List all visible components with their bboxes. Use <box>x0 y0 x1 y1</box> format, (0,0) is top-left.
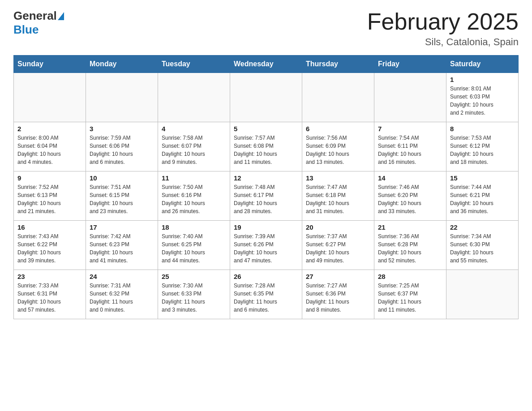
day-number: 25 <box>162 273 226 280</box>
day-info: Sunrise: 7:53 AM Sunset: 6:12 PM Dayligh… <box>450 134 515 166</box>
day-number: 12 <box>234 174 298 182</box>
day-info: Sunrise: 7:37 AM Sunset: 6:27 PM Dayligh… <box>306 232 370 265</box>
logo: General Blue <box>13 9 65 37</box>
day-number: 19 <box>234 223 298 231</box>
day-info: Sunrise: 7:33 AM Sunset: 6:31 PM Dayligh… <box>17 282 82 314</box>
calendar-cell: 9Sunrise: 7:52 AM Sunset: 6:13 PM Daylig… <box>14 171 86 221</box>
day-info: Sunrise: 7:46 AM Sunset: 6:20 PM Dayligh… <box>378 183 442 215</box>
day-info: Sunrise: 7:25 AM Sunset: 6:37 PM Dayligh… <box>378 282 442 314</box>
day-info: Sunrise: 7:28 AM Sunset: 6:35 PM Dayligh… <box>234 282 298 314</box>
calendar-cell: 13Sunrise: 7:47 AM Sunset: 6:18 PM Dayli… <box>302 171 374 221</box>
day-info: Sunrise: 7:56 AM Sunset: 6:09 PM Dayligh… <box>306 134 370 166</box>
day-info: Sunrise: 7:43 AM Sunset: 6:22 PM Dayligh… <box>17 232 82 265</box>
page-header: General Blue February 2025 Sils, Catalon… <box>13 9 519 48</box>
weekday-header-tuesday: Tuesday <box>158 56 230 73</box>
day-info: Sunrise: 7:54 AM Sunset: 6:11 PM Dayligh… <box>378 134 442 166</box>
calendar-cell: 28Sunrise: 7:25 AM Sunset: 6:37 PM Dayli… <box>374 270 446 319</box>
day-number: 5 <box>234 125 298 133</box>
calendar-cell: 5Sunrise: 7:57 AM Sunset: 6:08 PM Daylig… <box>230 122 302 171</box>
day-number: 2 <box>17 125 82 133</box>
day-info: Sunrise: 7:27 AM Sunset: 6:36 PM Dayligh… <box>306 282 370 314</box>
calendar-cell: 26Sunrise: 7:28 AM Sunset: 6:35 PM Dayli… <box>230 270 302 319</box>
day-number: 26 <box>234 273 298 280</box>
calendar-cell: 2Sunrise: 8:00 AM Sunset: 6:04 PM Daylig… <box>14 122 86 171</box>
calendar-cell <box>158 73 230 122</box>
week-row-3: 9Sunrise: 7:52 AM Sunset: 6:13 PM Daylig… <box>14 171 519 221</box>
logo-blue-text: Blue <box>13 23 39 36</box>
month-title: February 2025 <box>367 9 519 34</box>
day-info: Sunrise: 7:59 AM Sunset: 6:06 PM Dayligh… <box>90 134 154 166</box>
day-info: Sunrise: 7:48 AM Sunset: 6:17 PM Dayligh… <box>234 183 298 215</box>
day-number: 23 <box>17 273 82 280</box>
day-info: Sunrise: 7:47 AM Sunset: 6:18 PM Dayligh… <box>306 183 370 215</box>
day-info: Sunrise: 7:34 AM Sunset: 6:30 PM Dayligh… <box>450 232 515 265</box>
day-number: 15 <box>450 174 515 182</box>
week-row-1: 1Sunrise: 8:01 AM Sunset: 6:03 PM Daylig… <box>14 73 519 122</box>
calendar-cell: 7Sunrise: 7:54 AM Sunset: 6:11 PM Daylig… <box>374 122 446 171</box>
calendar-cell: 27Sunrise: 7:27 AM Sunset: 6:36 PM Dayli… <box>302 270 374 319</box>
day-info: Sunrise: 7:50 AM Sunset: 6:16 PM Dayligh… <box>162 183 226 215</box>
logo-arrow-icon <box>58 12 64 20</box>
weekday-header-wednesday: Wednesday <box>230 56 302 73</box>
calendar-cell: 3Sunrise: 7:59 AM Sunset: 6:06 PM Daylig… <box>86 122 158 171</box>
day-number: 8 <box>450 125 515 133</box>
calendar-cell: 1Sunrise: 8:01 AM Sunset: 6:03 PM Daylig… <box>446 73 519 122</box>
day-number: 10 <box>90 174 154 182</box>
calendar-cell: 21Sunrise: 7:36 AM Sunset: 6:28 PM Dayli… <box>374 221 446 270</box>
day-info: Sunrise: 7:39 AM Sunset: 6:26 PM Dayligh… <box>234 232 298 265</box>
title-block: February 2025 Sils, Catalonia, Spain <box>367 9 519 48</box>
day-number: 27 <box>306 273 370 280</box>
day-number: 6 <box>306 125 370 133</box>
calendar-cell: 19Sunrise: 7:39 AM Sunset: 6:26 PM Dayli… <box>230 221 302 270</box>
week-row-5: 23Sunrise: 7:33 AM Sunset: 6:31 PM Dayli… <box>14 270 519 319</box>
day-number: 18 <box>162 223 226 231</box>
day-info: Sunrise: 7:31 AM Sunset: 6:32 PM Dayligh… <box>90 282 154 314</box>
logo-general-text: General <box>13 9 57 23</box>
day-number: 11 <box>162 174 226 182</box>
weekday-header-friday: Friday <box>374 56 446 73</box>
day-info: Sunrise: 7:40 AM Sunset: 6:25 PM Dayligh… <box>162 232 226 265</box>
calendar-cell <box>14 73 86 122</box>
calendar-cell: 25Sunrise: 7:30 AM Sunset: 6:33 PM Dayli… <box>158 270 230 319</box>
weekday-header-saturday: Saturday <box>446 56 519 73</box>
weekday-header-sunday: Sunday <box>14 56 86 73</box>
week-row-4: 16Sunrise: 7:43 AM Sunset: 6:22 PM Dayli… <box>14 221 519 270</box>
calendar-cell: 20Sunrise: 7:37 AM Sunset: 6:27 PM Dayli… <box>302 221 374 270</box>
calendar-cell: 18Sunrise: 7:40 AM Sunset: 6:25 PM Dayli… <box>158 221 230 270</box>
day-info: Sunrise: 7:57 AM Sunset: 6:08 PM Dayligh… <box>234 134 298 166</box>
calendar-cell <box>446 270 519 319</box>
calendar-cell: 11Sunrise: 7:50 AM Sunset: 6:16 PM Dayli… <box>158 171 230 221</box>
calendar-cell: 16Sunrise: 7:43 AM Sunset: 6:22 PM Dayli… <box>14 221 86 270</box>
calendar-cell: 12Sunrise: 7:48 AM Sunset: 6:17 PM Dayli… <box>230 171 302 221</box>
calendar-cell: 8Sunrise: 7:53 AM Sunset: 6:12 PM Daylig… <box>446 122 519 171</box>
day-number: 3 <box>90 125 154 133</box>
day-info: Sunrise: 7:44 AM Sunset: 6:21 PM Dayligh… <box>450 183 515 215</box>
weekday-header-monday: Monday <box>86 56 158 73</box>
week-row-2: 2Sunrise: 8:00 AM Sunset: 6:04 PM Daylig… <box>14 122 519 171</box>
day-info: Sunrise: 7:42 AM Sunset: 6:23 PM Dayligh… <box>90 232 154 265</box>
calendar-table: SundayMondayTuesdayWednesdayThursdayFrid… <box>13 55 519 319</box>
calendar-cell: 4Sunrise: 7:58 AM Sunset: 6:07 PM Daylig… <box>158 122 230 171</box>
day-number: 28 <box>378 273 442 280</box>
day-number: 21 <box>378 223 442 231</box>
day-number: 14 <box>378 174 442 182</box>
day-number: 16 <box>17 223 82 231</box>
day-info: Sunrise: 7:51 AM Sunset: 6:15 PM Dayligh… <box>90 183 154 215</box>
day-number: 17 <box>90 223 154 231</box>
calendar-cell: 14Sunrise: 7:46 AM Sunset: 6:20 PM Dayli… <box>374 171 446 221</box>
day-info: Sunrise: 7:52 AM Sunset: 6:13 PM Dayligh… <box>17 183 82 215</box>
day-number: 24 <box>90 273 154 280</box>
day-info: Sunrise: 7:58 AM Sunset: 6:07 PM Dayligh… <box>162 134 226 166</box>
calendar-cell <box>230 73 302 122</box>
calendar-cell: 24Sunrise: 7:31 AM Sunset: 6:32 PM Dayli… <box>86 270 158 319</box>
day-number: 13 <box>306 174 370 182</box>
calendar-cell <box>302 73 374 122</box>
day-info: Sunrise: 7:36 AM Sunset: 6:28 PM Dayligh… <box>378 232 442 265</box>
calendar-cell: 17Sunrise: 7:42 AM Sunset: 6:23 PM Dayli… <box>86 221 158 270</box>
day-number: 22 <box>450 223 515 231</box>
weekday-header-row: SundayMondayTuesdayWednesdayThursdayFrid… <box>14 56 519 73</box>
weekday-header-thursday: Thursday <box>302 56 374 73</box>
day-info: Sunrise: 8:01 AM Sunset: 6:03 PM Dayligh… <box>450 85 515 117</box>
day-number: 9 <box>17 174 82 182</box>
calendar-cell: 15Sunrise: 7:44 AM Sunset: 6:21 PM Dayli… <box>446 171 519 221</box>
